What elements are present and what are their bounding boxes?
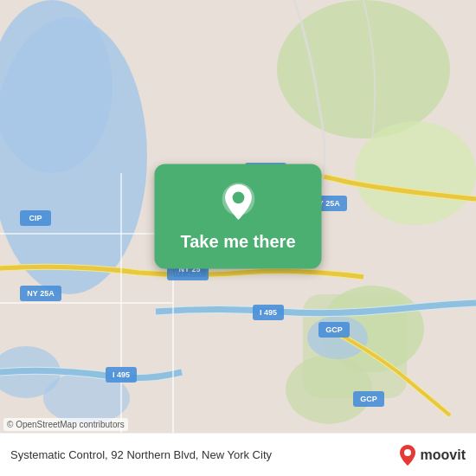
svg-point-38 [404,449,411,456]
svg-text:NY 25A: NY 25A [27,289,55,298]
svg-text:GCP: GCP [325,325,343,334]
osm-text: © OpenStreetMap contributors [7,420,125,429]
moovit-pin-icon-bottom [398,444,417,466]
map-container: NY 25A NY 25A NY 25A NY 25A NY 25 I 495 … [0,0,476,433]
footer-address: Systematic Control, 92 Northern Blvd, Ne… [10,448,391,461]
svg-text:GCP: GCP [360,395,377,403]
svg-text:I 495: I 495 [113,370,130,379]
footer-address-bar: Systematic Control, 92 Northern Blvd, Ne… [0,433,476,476]
svg-point-36 [232,192,244,204]
svg-point-1 [277,0,450,138]
osm-attribution-overlay: © OpenStreetMap contributors [3,418,128,431]
svg-text:CIP: CIP [29,214,42,222]
moovit-logo-bottom: moovit [398,444,466,466]
location-pin-icon [217,182,259,223]
cta-label: Take me there [180,232,295,252]
moovit-brand-label: moovit [421,447,466,463]
svg-text:I 495: I 495 [260,308,277,317]
take-me-there-button[interactable]: Take me there [154,164,321,269]
